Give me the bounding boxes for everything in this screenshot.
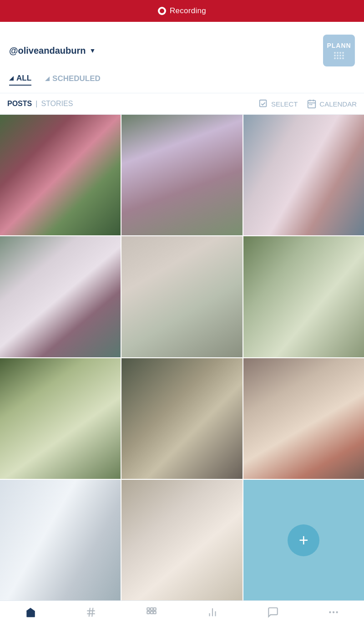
nav-item-hashtags[interactable]: Hashtags bbox=[73, 606, 109, 620]
select-button[interactable]: SELECT bbox=[258, 99, 298, 109]
svg-line-10 bbox=[92, 608, 93, 617]
grid-cell-11[interactable] bbox=[121, 480, 242, 600]
grid-cell-9[interactable] bbox=[243, 358, 364, 479]
image-grid: + bbox=[0, 115, 364, 600]
nav-item-reply[interactable]: Reply bbox=[255, 606, 291, 620]
svg-rect-13 bbox=[147, 611, 150, 614]
svg-rect-11 bbox=[147, 608, 150, 610]
svg-point-20 bbox=[329, 611, 331, 613]
plann-logo[interactable]: PLANN bbox=[323, 35, 355, 66]
grid-cell-8[interactable] bbox=[121, 358, 242, 479]
svg-point-21 bbox=[333, 611, 334, 613]
dropdown-arrow-icon: ▼ bbox=[89, 47, 96, 54]
svg-rect-14 bbox=[151, 611, 153, 614]
calendar-label: CALENDAR bbox=[319, 100, 357, 108]
content-separator: | bbox=[35, 100, 37, 108]
home-icon bbox=[25, 606, 36, 618]
grid-cell-2[interactable] bbox=[121, 115, 242, 235]
grid-cell-5[interactable] bbox=[121, 236, 242, 357]
tab-scheduled-label: SCHEDULED bbox=[52, 74, 101, 83]
tab-all-label: ALL bbox=[16, 74, 31, 83]
svg-rect-15 bbox=[154, 608, 156, 610]
tab-all[interactable]: ALL bbox=[9, 74, 31, 86]
add-post-button[interactable]: + bbox=[288, 524, 319, 556]
app-area: @oliveandauburn ▼ PLANN bbox=[0, 22, 364, 620]
header: @oliveandauburn ▼ PLANN bbox=[0, 22, 364, 74]
recording-dot-icon bbox=[158, 7, 166, 15]
account-selector[interactable]: @oliveandauburn ▼ bbox=[9, 46, 96, 56]
calendar-button[interactable]: CALENDAR bbox=[307, 99, 357, 109]
content-type-stories[interactable]: STORIES bbox=[41, 100, 73, 108]
calendar-icon bbox=[307, 99, 317, 109]
tab-triangle-icon bbox=[9, 76, 14, 81]
phone-container: Recording @oliveandauburn ▼ PLANN bbox=[0, 0, 364, 620]
nav-item-strategy[interactable]: Strategy bbox=[133, 606, 170, 620]
nav-item-home[interactable]: Home bbox=[12, 606, 49, 620]
grid-cell-1[interactable] bbox=[0, 115, 121, 235]
recording-label: Recording bbox=[170, 6, 206, 15]
nav-item-results[interactable]: Results bbox=[194, 606, 231, 620]
tab-scheduled[interactable]: SCHEDULED bbox=[45, 74, 101, 85]
more-icon bbox=[328, 606, 339, 618]
plann-logo-text: PLANN bbox=[327, 42, 351, 49]
hashtag-icon bbox=[85, 606, 97, 618]
select-icon bbox=[258, 99, 268, 109]
select-label: SELECT bbox=[271, 100, 298, 108]
add-icon: + bbox=[299, 531, 308, 550]
content-actions: SELECT CALENDAR bbox=[258, 99, 357, 109]
grid-cell-6[interactable] bbox=[243, 236, 364, 357]
svg-rect-0 bbox=[260, 100, 267, 107]
bottom-nav: Home Hashtags bbox=[0, 600, 364, 620]
grid-cell-4[interactable] bbox=[0, 236, 121, 357]
grid-cell-3[interactable] bbox=[243, 115, 364, 235]
content-type-posts[interactable]: POSTS bbox=[7, 100, 32, 108]
svg-rect-16 bbox=[154, 611, 156, 614]
grid-cell-add[interactable]: + bbox=[243, 480, 364, 600]
results-icon bbox=[207, 606, 218, 618]
nav-item-more[interactable]: More bbox=[315, 606, 352, 620]
plann-logo-decoration bbox=[334, 52, 344, 59]
tab-scheduled-triangle-icon bbox=[45, 76, 50, 81]
reply-icon bbox=[267, 606, 279, 618]
grid-cell-7[interactable] bbox=[0, 358, 121, 479]
content-bar: POSTS | STORIES SELECT bbox=[0, 93, 364, 115]
tabs-container: ALL SCHEDULED bbox=[0, 74, 364, 93]
account-name: @oliveandauburn bbox=[9, 46, 86, 56]
svg-point-22 bbox=[336, 611, 338, 613]
svg-line-9 bbox=[89, 608, 90, 617]
content-types: POSTS | STORIES bbox=[7, 100, 73, 108]
svg-rect-12 bbox=[151, 608, 153, 610]
grid-cell-10[interactable] bbox=[0, 480, 121, 600]
recording-bar: Recording bbox=[0, 0, 364, 22]
strategy-icon bbox=[146, 606, 157, 618]
